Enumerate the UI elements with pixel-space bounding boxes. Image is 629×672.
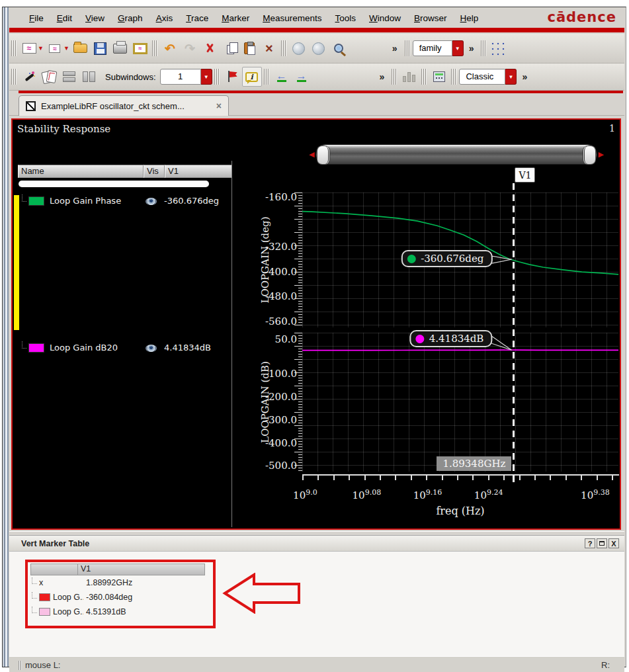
panel-buttons: ? X bbox=[585, 538, 624, 548]
copy-button[interactable] bbox=[220, 38, 239, 58]
toolbar-overflow[interactable]: » bbox=[464, 43, 480, 54]
zoom-fit-button[interactable] bbox=[329, 38, 349, 58]
cards-view-button[interactable] bbox=[39, 67, 59, 87]
toolbar-grip[interactable] bbox=[405, 40, 411, 56]
family-select[interactable]: family ▼ bbox=[413, 40, 464, 56]
tab-close-icon[interactable]: × bbox=[216, 101, 222, 111]
signal-row-loop-gain-db20[interactable]: Loop Gain dB20 4.41834dB bbox=[13, 343, 231, 354]
calculator-button[interactable] bbox=[429, 67, 449, 87]
snapshot-button[interactable]: ≈ bbox=[130, 38, 150, 58]
undo-button[interactable]: ↶ bbox=[160, 38, 180, 58]
subwindows-dropdown-button[interactable]: ▼ bbox=[201, 69, 212, 85]
x-axis bbox=[302, 474, 619, 480]
panel-resize-gutter[interactable] bbox=[9, 531, 624, 536]
open-button[interactable] bbox=[71, 38, 91, 58]
menu-trace[interactable]: Trace bbox=[179, 13, 215, 23]
prev-edge-button[interactable]: ← bbox=[272, 67, 292, 87]
column-vis[interactable]: Vis bbox=[144, 165, 165, 178]
help-button[interactable]: ? bbox=[585, 538, 595, 548]
signal-name[interactable]: Loop Gain Phase bbox=[50, 196, 121, 206]
wizard-button[interactable] bbox=[19, 67, 39, 87]
graph-canvas[interactable]: Stability Response 1 Name Vis V1 Loop Ga… bbox=[13, 120, 620, 528]
toolbar-overflow[interactable]: » bbox=[517, 71, 532, 82]
toolbar-grip[interactable] bbox=[421, 69, 427, 85]
vmt-header-blank[interactable] bbox=[30, 564, 78, 575]
toolbar-grip[interactable] bbox=[264, 69, 270, 85]
marker-value-badge[interactable]: 4.41834dB bbox=[410, 330, 493, 347]
new-graph-button[interactable]: ≈ bbox=[19, 38, 39, 58]
family-dropdown-button[interactable]: ▼ bbox=[452, 40, 464, 56]
visibility-eye-icon[interactable] bbox=[146, 345, 157, 352]
signal-name[interactable]: Loop Gain dB20 bbox=[50, 343, 118, 353]
histogram-button[interactable] bbox=[399, 67, 419, 87]
menu-graph[interactable]: Graph bbox=[111, 13, 149, 23]
menu-file[interactable]: File bbox=[22, 13, 50, 23]
active-strip-indicator[interactable] bbox=[14, 195, 19, 330]
signal-panel-scrollbar[interactable] bbox=[19, 181, 209, 187]
vert-marker-table-titlebar[interactable]: Vert Marker Table ? X bbox=[9, 536, 624, 552]
trace-color-swatch[interactable] bbox=[28, 343, 44, 353]
column-name[interactable]: Name bbox=[18, 165, 144, 178]
toolbar-grip[interactable] bbox=[481, 40, 487, 56]
toolbar-grip[interactable] bbox=[214, 69, 220, 85]
save-button[interactable] bbox=[91, 38, 110, 58]
close-panel-button[interactable]: X bbox=[608, 538, 619, 548]
toolbar-overflow[interactable]: » bbox=[387, 43, 403, 54]
paste-button[interactable] bbox=[239, 38, 259, 58]
label-info-button[interactable]: i bbox=[242, 67, 262, 87]
y-tick-label: -480.0 bbox=[243, 290, 297, 302]
cut-button[interactable] bbox=[200, 38, 220, 58]
slider-track[interactable] bbox=[315, 144, 597, 165]
menu-view[interactable]: View bbox=[79, 13, 111, 23]
delete-button[interactable]: × bbox=[259, 38, 279, 58]
column-v1[interactable]: V1 bbox=[165, 165, 232, 178]
slider-right-arrow-icon[interactable]: ▶ bbox=[599, 150, 604, 159]
toolbar-grip[interactable] bbox=[11, 69, 17, 85]
menu-measurements[interactable]: Measurements bbox=[256, 13, 328, 23]
signal-row-loop-gain-phase[interactable]: Loop Gain Phase -360.676deg bbox=[13, 196, 231, 207]
theme-dropdown-button[interactable]: ▼ bbox=[505, 69, 517, 85]
back-button[interactable] bbox=[289, 38, 309, 58]
toolbar-grip[interactable] bbox=[281, 40, 287, 56]
flag-button[interactable] bbox=[222, 67, 242, 87]
print-button[interactable] bbox=[110, 38, 130, 58]
vert-marker-table[interactable]: V1 x 1.88992GHz Loop G... -360.084deg Lo… bbox=[30, 564, 209, 619]
subwindow-icon: ≈ bbox=[49, 44, 60, 53]
theme-select[interactable]: Classic ▼ bbox=[459, 69, 517, 85]
plot-loopgain-db[interactable] bbox=[302, 333, 618, 472]
vmt-header-v1[interactable]: V1 bbox=[78, 564, 205, 575]
marker-v1-label[interactable]: V1 bbox=[515, 167, 535, 183]
slider-left-arrow-icon[interactable]: ◀ bbox=[309, 150, 314, 159]
trace-color-swatch[interactable] bbox=[28, 196, 44, 206]
window-chrome: File Edit View Graph Axis Trace Marker M… bbox=[2, 7, 626, 667]
marker-value-badge[interactable]: -360.676deg bbox=[401, 250, 492, 267]
vmt-row-loop-gain-phase[interactable]: Loop G... -360.084deg bbox=[30, 590, 209, 605]
new-subwindow-button[interactable]: ≈ bbox=[45, 38, 65, 58]
subwindows-select[interactable]: 1 ▼ bbox=[160, 69, 212, 85]
x-range-slider[interactable]: ◀ ▶ bbox=[309, 143, 604, 165]
tab-oscillator-schematic[interactable]: ExampleLibRF oscillator_ckt schem... × bbox=[19, 95, 229, 116]
forward-button[interactable] bbox=[309, 38, 329, 58]
panel-divider[interactable] bbox=[231, 161, 232, 527]
menu-marker[interactable]: Marker bbox=[215, 13, 256, 23]
menu-help[interactable]: Help bbox=[454, 13, 485, 23]
next-edge-button[interactable]: → bbox=[292, 67, 312, 87]
toolbar-grip[interactable] bbox=[451, 69, 457, 85]
redo-button[interactable]: ↷ bbox=[180, 38, 200, 58]
toolbar-grip[interactable] bbox=[392, 69, 398, 85]
menu-browser[interactable]: Browser bbox=[407, 13, 454, 23]
vertical-marker-line[interactable] bbox=[513, 183, 515, 486]
menu-edit[interactable]: Edit bbox=[50, 13, 79, 23]
vmt-row-loop-gain-db20[interactable]: Loop G... 4.51391dB bbox=[30, 605, 209, 619]
vmt-row-x[interactable]: x 1.88992GHz bbox=[30, 575, 209, 590]
undock-button[interactable] bbox=[597, 538, 607, 548]
menu-window[interactable]: Window bbox=[362, 13, 407, 23]
menu-tools[interactable]: Tools bbox=[328, 13, 362, 23]
toolbar-grip[interactable] bbox=[152, 40, 158, 56]
toolbar-overflow[interactable]: » bbox=[374, 71, 390, 82]
toolbar-grip[interactable] bbox=[11, 40, 17, 56]
menu-axis[interactable]: Axis bbox=[149, 13, 180, 23]
split-cols-button[interactable] bbox=[79, 67, 99, 87]
split-rows-button[interactable] bbox=[59, 67, 79, 87]
visibility-eye-icon[interactable] bbox=[146, 198, 157, 205]
